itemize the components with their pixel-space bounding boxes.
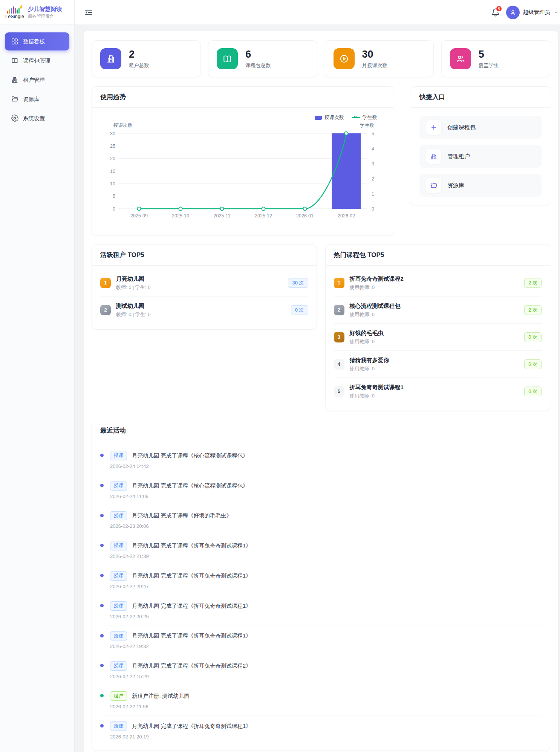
- avatar: [506, 6, 520, 19]
- svg-text:2025-10: 2025-10: [172, 213, 189, 219]
- user-menu[interactable]: 超级管理员: [506, 6, 559, 19]
- package-name: 折耳兔奇奇测试课程1: [350, 383, 519, 391]
- activity-tag: 授课: [110, 661, 127, 671]
- chart-legend: 授课次数学生数: [100, 114, 386, 121]
- sidebar-item-label: 租户管理: [23, 76, 45, 84]
- legend-item[interactable]: 学生数: [352, 114, 377, 121]
- tenant-row: 2 测试幼儿园 教师: 0 | 学生: 0 0 次: [100, 297, 308, 323]
- activity-tag: 授课: [110, 511, 127, 521]
- sidebar-item-label: 系统设置: [23, 115, 45, 122]
- svg-text:1: 1: [372, 191, 374, 197]
- top-tenants-panel: 活跃租户 TOP5 1 月亮幼儿园 教师: 0 | 学生: 0: [92, 244, 317, 330]
- package-row: 3 好饿的毛毛虫 使用教师: 0 0 次: [334, 324, 542, 351]
- count-pill: 0 次: [524, 359, 542, 369]
- building-icon: [11, 76, 18, 84]
- activity-row: 授课 月亮幼儿园 完成了课程《折耳兔奇奇测试课程1》 2026-02-22 21…: [100, 535, 542, 565]
- activity-tag: 授课: [110, 451, 127, 460]
- sidebar-item[interactable]: 系统设置: [5, 109, 69, 127]
- usage-trend-svg: 051015202530012345授课次数学生数2025-092025-102…: [100, 121, 386, 224]
- activity-tag: 租户: [110, 691, 127, 701]
- package-name: 核心流程测试课程包: [350, 302, 519, 310]
- panel-title: 最近活动: [100, 427, 126, 434]
- svg-text:2025-09: 2025-09: [130, 213, 148, 219]
- sidebar: LeSingle 少儿智慧阅读 服务管理后台 数据看板 课程包管理: [0, 0, 75, 752]
- svg-text:2025-11: 2025-11: [214, 213, 231, 219]
- package-meta: 使用教师: 0: [350, 365, 519, 372]
- dashboard-board: 2 租户总数 6 课程包总数: [84, 31, 558, 752]
- quick-entry-button[interactable]: 管理租户: [419, 145, 542, 168]
- svg-text:5: 5: [113, 194, 115, 199]
- activity-row: 授课 月亮幼儿园 完成了课程《折耳兔奇奇测试课程1》 2026-02-22 20…: [100, 565, 542, 595]
- stat-label: 覆盖学生: [479, 62, 499, 69]
- activity-time: 2026-02-22 20:47: [110, 584, 542, 589]
- activity-time: 2026-02-24 11:06: [110, 494, 542, 499]
- tenant-meta: 教师: 0 | 学生: 0: [116, 284, 283, 291]
- stat-value: 6: [245, 49, 271, 60]
- svg-text:2025-12: 2025-12: [255, 213, 272, 219]
- svg-text:2026-02: 2026-02: [338, 213, 355, 219]
- svg-text:学生数: 学生数: [360, 123, 374, 128]
- notification-bell[interactable]: 5: [491, 8, 500, 17]
- folder-icon: [11, 95, 18, 103]
- stat-label: 课程包总数: [245, 62, 271, 69]
- activity-text: 月亮幼儿园 完成了课程《核心流程测试课程包》: [132, 452, 248, 459]
- activity-dot: [100, 664, 104, 667]
- activity-time: 2026-02-22 20:25: [110, 614, 542, 619]
- activity-time: 2026-02-24 14:42: [110, 463, 542, 469]
- legend-bar-swatch-icon: [315, 116, 322, 120]
- tenant-name: 月亮幼儿园: [116, 275, 283, 283]
- package-row: 4 猜猜我有多爱你 使用教师: 0 0 次: [334, 351, 542, 378]
- collapse-sidebar-icon[interactable]: [84, 8, 93, 17]
- quick-entry-label: 创建课程包: [447, 124, 476, 131]
- legend-label: 学生数: [363, 114, 377, 121]
- activity-dot: [100, 604, 104, 607]
- activity-time: 2026-02-22 11:56: [110, 704, 542, 709]
- package-meta: 使用教师: 0: [350, 284, 519, 291]
- usage-trend-chart: 051015202530012345授课次数学生数2025-092025-102…: [100, 121, 386, 224]
- activity-time: 2026-02-21 20:19: [110, 734, 542, 740]
- building-icon: [426, 149, 441, 164]
- panel-title: 使用趋势: [100, 93, 126, 101]
- svg-text:0: 0: [113, 206, 115, 212]
- package-name: 好饿的毛毛虫: [350, 329, 519, 337]
- activity-row: 租户 新租户注册: 测试幼儿园 2026-02-22 11:56: [100, 685, 542, 715]
- logo-comma-icon: [20, 5, 23, 9]
- rank-badge: 3: [334, 332, 344, 342]
- sidebar-item[interactable]: 数据看板: [5, 32, 69, 50]
- stat-card: 2 租户总数: [92, 40, 200, 77]
- stat-value: 2: [129, 49, 149, 60]
- activity-dot: [100, 514, 104, 517]
- quick-entry-button[interactable]: 创建课程包: [419, 116, 542, 139]
- sidebar-item[interactable]: 资源库: [5, 90, 69, 108]
- tenant-row: 1 月亮幼儿园 教师: 0 | 学生: 0 30 次: [100, 269, 308, 297]
- quick-entry-button[interactable]: 资源库: [419, 174, 542, 197]
- panel-title: 快捷入口: [419, 93, 445, 101]
- rank-badge: 2: [334, 305, 344, 315]
- svg-text:30: 30: [110, 131, 115, 136]
- package-meta: 使用教师: 0: [350, 338, 519, 345]
- package-name: 猜猜我有多爱你: [350, 356, 519, 364]
- activity-dot: [100, 634, 104, 637]
- count-pill: 0 次: [524, 332, 542, 342]
- count-pill: 2 次: [524, 278, 542, 288]
- activity-row: 授课 月亮幼儿园 完成了课程《核心流程测试课程包》 2026-02-24 14:…: [100, 445, 542, 475]
- count-pill: 2 次: [524, 305, 542, 315]
- usage-trend-panel: 使用趋势 授课次数学生数 051015202530012345授课次数学生数20…: [92, 86, 394, 235]
- activity-text: 月亮幼儿园 完成了课程《折耳兔奇奇测试课程1》: [132, 723, 251, 730]
- legend-item[interactable]: 授课次数: [315, 114, 344, 121]
- package-row: 2 核心流程测试课程包 使用教师: 0 2 次: [334, 297, 542, 324]
- activity-text: 月亮幼儿园 完成了课程《折耳兔奇奇测试课程1》: [132, 542, 251, 549]
- activity-dot: [100, 694, 104, 697]
- legend-line-swatch-icon: [352, 116, 360, 119]
- activity-time: 2026-02-22 21:39: [110, 553, 542, 559]
- activity-tag: 授课: [110, 631, 127, 641]
- top-packages-panel: 热门课程包 TOP5 1 折耳兔奇奇测试课程2 使用教师: 0: [325, 244, 551, 411]
- building-icon: [100, 48, 121, 69]
- rank-badge: 2: [100, 305, 111, 315]
- sidebar-item[interactable]: 租户管理: [5, 71, 69, 89]
- package-meta: 使用教师: 0: [350, 311, 519, 318]
- sidebar-item[interactable]: 课程包管理: [5, 52, 69, 70]
- svg-text:2: 2: [372, 176, 374, 182]
- rank-badge: 4: [334, 359, 344, 370]
- tenant-meta: 教师: 0 | 学生: 0: [116, 311, 286, 318]
